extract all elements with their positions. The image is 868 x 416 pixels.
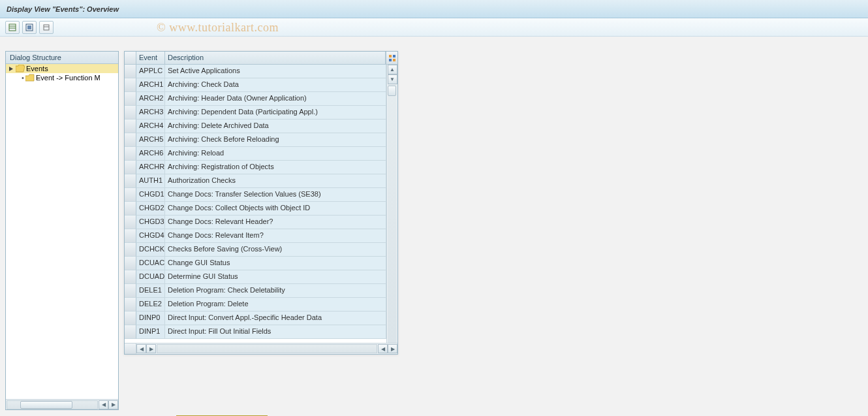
toolbar-btn-1[interactable] [5,21,20,34]
row-selector[interactable] [125,147,136,161]
svg-marker-7 [9,67,13,71]
table-print-icon [42,24,50,31]
svg-rect-5 [44,25,49,30]
row-selector[interactable] [125,312,136,325]
select-all-handle[interactable] [125,52,136,64]
row-selector[interactable] [125,174,136,188]
row-selector[interactable] [125,298,136,312]
scroll-right-end-button[interactable]: ▶ [388,344,397,353]
col-header-description[interactable]: Description [165,52,386,64]
row-selector[interactable] [125,133,136,147]
table-row[interactable]: DCUACChange GUI Status [125,257,386,270]
svg-rect-4 [27,25,31,29]
scroll-right-button[interactable]: ▶ [108,400,118,409]
tree-node-events[interactable]: Events [6,64,118,73]
cell-description: Archiving: Dependent Data (Participating… [165,106,386,120]
toolbar-btn-3[interactable] [39,21,54,34]
table-row[interactable]: ARCH1Archiving: Check Data [125,78,386,92]
cell-description: Change GUI Status [165,257,386,270]
cell-event: DELE1 [136,284,165,298]
table-row[interactable]: CHGD4Change Docs: Relevant Item? [125,229,386,243]
table-row[interactable]: DINP1Direct Input: Fill Out Initial Fiel… [125,325,386,339]
table-row[interactable]: DELE2Deletion Program: Delete [125,298,386,312]
cell-event: ARCHR [136,161,165,174]
table-row[interactable]: ARCH5Archiving: Check Before Reloading [125,133,386,147]
cell-event: DINP0 [136,312,165,325]
expand-toggle-icon[interactable] [8,66,14,72]
table-row[interactable]: ARCH4Archiving: Delete Archived Data [125,120,386,133]
table-row[interactable]: AUTH1Authorization Checks [125,174,386,188]
cell-event: DCUAC [136,257,165,270]
tree-hscrollbar[interactable]: ◀ ▶ [6,399,118,409]
svg-rect-0 [9,24,16,31]
table-body: APPLCSet Active ApplicationsARCH1Archivi… [125,65,386,343]
app-toolbar: © www.tutorialkart.com [0,18,868,37]
row-selector[interactable] [125,188,136,202]
row-selector[interactable] [125,325,136,339]
table-row[interactable]: APPLCSet Active Applications [125,65,386,78]
hscroll-track[interactable] [157,344,377,353]
row-selector[interactable] [125,284,136,298]
tree-node-event-function[interactable]: • Event -> Function M [6,73,118,82]
toolbar-btn-2[interactable] [22,21,37,34]
row-selector[interactable] [125,161,136,174]
table-vscrollbar[interactable]: ▲ ▼ [386,65,397,343]
row-selector[interactable] [125,202,136,216]
row-selector[interactable] [125,229,136,243]
vscroll-track[interactable] [388,84,397,343]
cell-event: APPLC [136,65,165,78]
table-row[interactable]: CHGD1Change Docs: Transfer Selection Val… [125,188,386,202]
cell-description: Archiving: Registration of Objects [165,161,386,174]
row-selector[interactable] [125,270,136,284]
table-row[interactable]: CHGD2Change Docs: Collect Objects with O… [125,202,386,216]
table-row[interactable]: DCUADDetermine GUI Status [125,270,386,284]
scroll-up-button[interactable]: ▲ [388,65,397,74]
row-selector[interactable] [125,106,136,120]
cell-description: Deletion Program: Delete [165,298,386,312]
scroll-left-button[interactable]: ◀ [99,400,108,409]
cell-description: Change Docs: Collect Objects with Object… [165,202,386,216]
scroll-left-button[interactable]: ◀ [136,344,146,353]
table-row[interactable]: ARCH2Archiving: Header Data (Owner Appli… [125,92,386,106]
tree-body: Events • Event -> Function M [6,64,118,399]
hscroll-spacer [125,344,136,354]
col-header-event[interactable]: Event [136,52,165,64]
cell-event: ARCH1 [136,78,165,92]
cell-event: AUTH1 [136,174,165,188]
table-row[interactable]: CHGD3Change Docs: Relevant Header? [125,216,386,229]
table-row[interactable]: ARCH6Archiving: Reload [125,147,386,161]
table-row[interactable]: ARCH3Archiving: Dependent Data (Particip… [125,106,386,120]
row-selector[interactable] [125,243,136,257]
table-hscrollbar[interactable]: ◀ ▶ ◀ ▶ [125,343,397,354]
table-row[interactable]: DINP0Direct Input: Convert Appl.-Specifi… [125,312,386,325]
events-table-panel: Event Description APPLCSet Active Applic… [124,51,398,355]
tree-node-label: Events [26,65,48,72]
watermark-text: © www.tutorialkart.com [157,21,279,35]
row-selector[interactable] [125,78,136,92]
cell-event: CHGD2 [136,202,165,216]
row-selector[interactable] [125,257,136,270]
cell-event: CHGD4 [136,229,165,243]
cell-description: Archiving: Reload [165,147,386,161]
hscroll-track[interactable] [7,400,98,409]
cell-description: Deletion Program: Check Deletability [165,284,386,298]
row-selector[interactable] [125,92,136,106]
row-selector[interactable] [125,216,136,229]
scroll-left-end-button[interactable]: ◀ [378,344,388,353]
cell-event: ARCH2 [136,92,165,106]
bullet-icon: • [22,74,24,82]
hscroll-thumb[interactable] [20,401,72,409]
cell-description: Authorization Checks [165,174,386,188]
table-row[interactable]: ARCHRArchiving: Registration of Objects [125,161,386,174]
cell-description: Direct Input: Fill Out Initial Fields [165,325,386,339]
tree-header: Dialog Structure [6,52,118,64]
row-selector[interactable] [125,65,136,78]
table-row[interactable]: DCHCKChecks Before Saving (Cross-View) [125,243,386,257]
row-selector[interactable] [125,120,136,133]
cell-description: Change Docs: Relevant Item? [165,229,386,243]
vscroll-thumb[interactable] [388,86,396,96]
table-row[interactable]: DELE1Deletion Program: Check Deletabilit… [125,284,386,298]
scroll-down-button[interactable]: ▼ [388,74,397,84]
table-config-button[interactable] [386,52,397,64]
scroll-right-button[interactable]: ▶ [146,344,156,353]
